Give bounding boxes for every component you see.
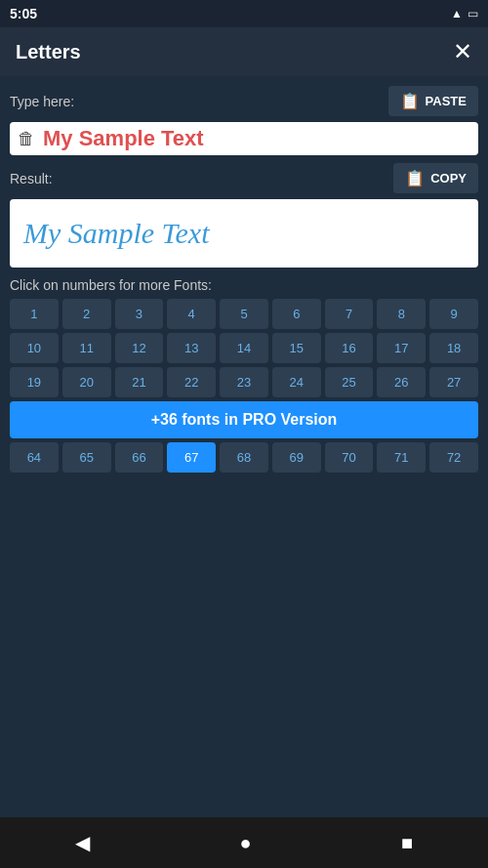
back-button[interactable]: ◀	[56, 823, 109, 862]
pro-banner[interactable]: +36 fonts in PRO Version	[10, 401, 478, 438]
font-number-65[interactable]: 65	[62, 442, 111, 473]
font-number-11[interactable]: 11	[62, 333, 111, 363]
result-label: Result:	[10, 171, 53, 186]
text-input-row: 🗑	[10, 122, 478, 155]
font-number-10[interactable]: 10	[10, 333, 59, 363]
copy-button[interactable]: 📋 COPY	[393, 163, 478, 193]
font-number-5[interactable]: 5	[220, 299, 268, 329]
trash-button[interactable]: 🗑	[18, 129, 35, 149]
font-number-9[interactable]: 9	[429, 299, 478, 329]
font-number-67[interactable]: 67	[167, 442, 216, 473]
font-number-8[interactable]: 8	[377, 299, 426, 329]
font-number-17[interactable]: 17	[377, 333, 426, 363]
font-number-69[interactable]: 69	[272, 442, 321, 473]
font-number-7[interactable]: 7	[325, 299, 374, 329]
type-here-row: Type here: 📋 PASTE	[10, 86, 478, 116]
font-number-2[interactable]: 2	[62, 299, 111, 329]
result-text: My Sample Text	[23, 217, 210, 250]
nav-bar: ◀ ● ■	[0, 817, 488, 868]
font-number-26[interactable]: 26	[377, 367, 426, 397]
font-number-18[interactable]: 18	[429, 333, 478, 363]
font-number-16[interactable]: 16	[325, 333, 374, 363]
paste-label: PASTE	[426, 94, 467, 108]
result-row: Result: 📋 COPY	[10, 163, 478, 193]
font-number-6[interactable]: 6	[272, 299, 321, 329]
font-number-19[interactable]: 19	[10, 367, 59, 397]
font-number-14[interactable]: 14	[220, 333, 268, 363]
home-button[interactable]: ●	[220, 824, 270, 862]
font-number-64[interactable]: 64	[10, 442, 59, 473]
font-numbers-grid-1: 123456789	[10, 299, 478, 329]
paste-button[interactable]: 📋 PASTE	[388, 86, 478, 116]
font-number-21[interactable]: 21	[115, 367, 164, 397]
font-number-71[interactable]: 71	[377, 442, 426, 473]
font-numbers-grid-last: 646566676869707172	[10, 442, 478, 473]
font-number-20[interactable]: 20	[62, 367, 111, 397]
close-button[interactable]: ✕	[453, 40, 472, 63]
type-here-label: Type here:	[10, 94, 74, 109]
font-number-68[interactable]: 68	[220, 442, 268, 473]
font-number-24[interactable]: 24	[272, 367, 321, 397]
font-number-1[interactable]: 1	[10, 299, 59, 329]
font-number-70[interactable]: 70	[325, 442, 374, 473]
paste-icon: 📋	[400, 92, 420, 110]
font-numbers-grid-2: 101112131415161718	[10, 333, 478, 363]
main-content: Type here: 📋 PASTE 🗑 Result: 📋 COPY My S…	[0, 76, 488, 817]
font-number-72[interactable]: 72	[429, 442, 478, 473]
font-number-23[interactable]: 23	[220, 367, 268, 397]
status-bar: 5:05 ▲ ▭	[0, 0, 488, 27]
recent-button[interactable]: ■	[382, 824, 432, 862]
font-number-27[interactable]: 27	[429, 367, 478, 397]
battery-icon: ▭	[468, 7, 478, 21]
app-title: Letters	[16, 41, 81, 63]
font-number-3[interactable]: 3	[115, 299, 164, 329]
copy-label: COPY	[430, 171, 467, 186]
font-number-15[interactable]: 15	[272, 333, 321, 363]
trash-icon: 🗑	[18, 129, 35, 148]
font-number-66[interactable]: 66	[115, 442, 164, 473]
font-number-25[interactable]: 25	[325, 367, 374, 397]
copy-icon: 📋	[405, 169, 425, 187]
fonts-click-label: Click on numbers for more Fonts:	[10, 277, 478, 293]
font-number-22[interactable]: 22	[167, 367, 216, 397]
title-bar: Letters ✕	[0, 27, 488, 76]
font-numbers-grid-3: 192021222324252627	[10, 367, 478, 397]
result-display: My Sample Text	[10, 199, 478, 268]
signal-icon: ▲	[451, 7, 463, 21]
status-time: 5:05	[10, 6, 37, 21]
text-input[interactable]	[43, 126, 470, 151]
status-icons: ▲ ▭	[451, 7, 478, 21]
font-number-13[interactable]: 13	[167, 333, 216, 363]
font-number-12[interactable]: 12	[115, 333, 164, 363]
font-number-4[interactable]: 4	[167, 299, 216, 329]
